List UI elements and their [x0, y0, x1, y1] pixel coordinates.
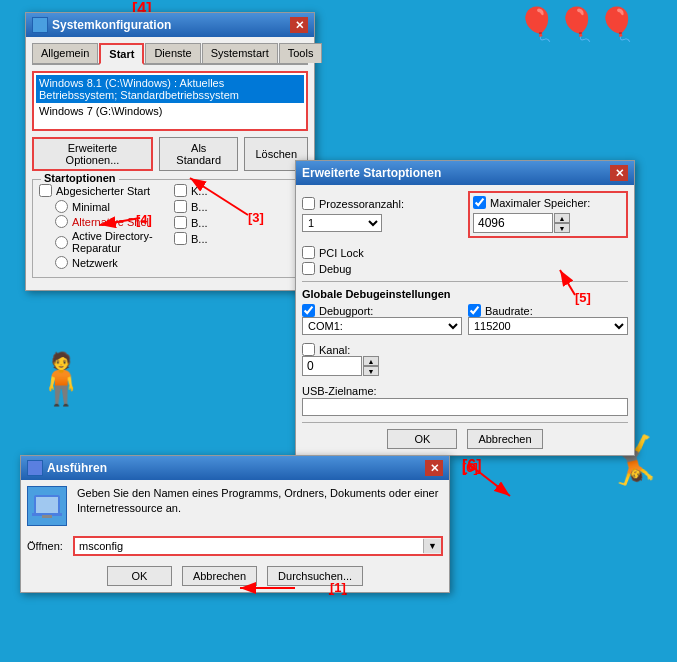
ausfuhren-close-btn[interactable]: ✕: [425, 460, 443, 476]
baudrate-select[interactable]: 115200: [468, 317, 628, 335]
open-row: Öffnen: ▼: [27, 536, 443, 556]
debugport-label: Debugport:: [319, 305, 373, 317]
form-col-prozessor: Prozessoranzahl: 1: [302, 197, 462, 232]
boot-item-0[interactable]: Windows 8.1 (C:\Windows) : Aktuelles Bet…: [36, 75, 304, 103]
erweiterte-optionen-btn[interactable]: Erweiterte Optionen...: [32, 137, 153, 171]
bootlog-label: B...: [191, 201, 208, 213]
netzwerk-radio[interactable]: [55, 256, 68, 269]
ann-6-label: [6]: [462, 460, 478, 475]
prozessoranzahl-check-row: Prozessoranzahl:: [302, 197, 462, 210]
kanal-checkbox[interactable]: [302, 343, 315, 356]
debug-item: Debug: [302, 262, 628, 275]
startoptionen-group: Startoptionen Abgesicherter Start Minima…: [32, 179, 308, 278]
sysconfig-title: Systemkonfiguration: [52, 18, 171, 32]
kein-gui-checkbox[interactable]: [174, 184, 187, 197]
maxspeicher-input[interactable]: 4096: [473, 213, 553, 233]
erweiterte-content: Prozessoranzahl: 1 Maximaler Speicher: 4…: [296, 185, 634, 455]
erweiterte-close-btn[interactable]: ✕: [610, 165, 628, 181]
prozessoranzahl-checkbox[interactable]: [302, 197, 315, 210]
pci-lock-checkbox[interactable]: [302, 246, 315, 259]
kein-gui-item: K...: [174, 184, 301, 197]
abgesicherter-start-item: Abgesicherter Start: [39, 184, 166, 197]
ausfuhren-content: Geben Sie den Namen eines Programms, Ord…: [21, 480, 449, 592]
baudrate-checkbox[interactable]: [468, 304, 481, 317]
tab-allgemein[interactable]: Allgemein: [32, 43, 98, 63]
ausfuhren-durchsuchen-btn[interactable]: Durchsuchen...: [267, 566, 363, 586]
tab-systemstart[interactable]: Systemstart: [202, 43, 278, 63]
alternative-shell-radio[interactable]: [55, 215, 68, 228]
startoptionen-right: K... B... B... B...: [174, 184, 301, 271]
pci-lock-label: PCI Lock: [319, 247, 364, 259]
abgesicherter-start-label: Abgesicherter Start: [56, 185, 150, 197]
svg-rect-7: [36, 497, 58, 513]
maxspeicher-checkbox[interactable]: [473, 196, 486, 209]
debugport-check-row: Debugport:: [302, 304, 462, 317]
als-standard-btn[interactable]: Als Standard: [159, 137, 238, 171]
debugport-row: Debugport: COM1: Baudrate: 115200: [302, 304, 628, 335]
maxspeicher-label: Maximaler Speicher:: [490, 197, 590, 209]
erweiterte-titlebar-left: Erweiterte Startoptionen: [302, 166, 441, 180]
usb-input[interactable]: [302, 398, 628, 416]
ausfuhren-titlebar[interactable]: Ausführen ✕: [21, 456, 449, 480]
erweiterte-abbrechen-btn[interactable]: Abbrechen: [467, 429, 542, 449]
run-icon: [27, 486, 67, 526]
kanal-label: Kanal:: [319, 344, 350, 356]
maxspeicher-check-row: Maximaler Speicher:: [473, 196, 623, 209]
maxspeicher-highlight: Maximaler Speicher: 4096 ▲ ▼: [468, 191, 628, 238]
tab-dienste[interactable]: Dienste: [145, 43, 200, 63]
tab-tools[interactable]: Tools: [279, 43, 323, 63]
basisvideotreiber-item: B...: [174, 216, 301, 229]
separator-1: [302, 281, 628, 282]
open-input[interactable]: [75, 538, 423, 554]
bootlog-item: B...: [174, 200, 301, 213]
basisvideotreiber-checkbox[interactable]: [174, 216, 187, 229]
maxspeicher-spin-arrows: ▲ ▼: [554, 213, 570, 233]
boot-list[interactable]: Windows 8.1 (C:\Windows) : Aktuelles Bet…: [32, 71, 308, 131]
erweiterte-titlebar[interactable]: Erweiterte Startoptionen ✕: [296, 161, 634, 185]
open-dropdown-btn[interactable]: ▼: [423, 539, 441, 553]
abgesicherter-start-checkbox[interactable]: [39, 184, 52, 197]
tabs-bar: Allgemein Start Dienste Systemstart Tool…: [32, 43, 308, 65]
sysconfig-close-btn[interactable]: ✕: [290, 17, 308, 33]
kein-gui-label: K...: [191, 185, 208, 197]
betriebssysteminfo-checkbox[interactable]: [174, 232, 187, 245]
ann-5-label: [5]: [575, 290, 591, 305]
decoration-balloons: 🎈🎈🎈: [517, 5, 637, 43]
kanal-row: Kanal: ▲ ▼: [302, 343, 628, 376]
ausfuhren-abbrechen-btn[interactable]: Abbrechen: [182, 566, 257, 586]
basisvideotreiber-label: B...: [191, 217, 208, 229]
sysconfig-window: Systemkonfiguration ✕ Allgemein Start Di…: [25, 12, 315, 291]
startoptionen-cols: Abgesicherter Start Minimal Alternative …: [39, 184, 301, 271]
debugport-select[interactable]: COM1:: [302, 317, 462, 335]
maxspeicher-up-btn[interactable]: ▲: [554, 213, 570, 223]
ausfuhren-title: Ausführen: [47, 461, 107, 475]
svg-rect-9: [42, 515, 52, 518]
ausfuhren-description: Geben Sie den Namen eines Programms, Ord…: [77, 486, 443, 517]
debugport-checkbox[interactable]: [302, 304, 315, 317]
btn-row: Erweiterte Optionen... Als Standard Lösc…: [32, 137, 308, 171]
bootlog-checkbox[interactable]: [174, 200, 187, 213]
ausfuhren-buttons-row: OK Abbrechen Durchsuchen...: [27, 566, 443, 586]
usb-row: USB-Zielname:: [302, 384, 628, 416]
maxspeicher-down-btn[interactable]: ▼: [554, 223, 570, 233]
separator-2: [302, 422, 628, 423]
usb-label: USB-Zielname:: [302, 385, 377, 397]
prozessor-select[interactable]: 1: [302, 214, 382, 232]
netzwerk-item: Netzwerk: [55, 256, 166, 269]
pci-lock-item: PCI Lock: [302, 246, 628, 259]
form-row-1: Prozessoranzahl: 1 Maximaler Speicher: 4…: [302, 191, 628, 238]
ausfuhren-ok-btn[interactable]: OK: [107, 566, 172, 586]
erweiterte-ok-btn[interactable]: OK: [387, 429, 457, 449]
minimal-radio[interactable]: [55, 200, 68, 213]
open-input-wrapper: ▼: [73, 536, 443, 556]
boot-item-1[interactable]: Windows 7 (G:\Windows): [36, 103, 304, 119]
sysconfig-content: Allgemein Start Dienste Systemstart Tool…: [26, 37, 314, 290]
kanal-input[interactable]: [302, 356, 362, 376]
minimal-label: Minimal: [72, 201, 110, 213]
debug-checkbox[interactable]: [302, 262, 315, 275]
tab-start[interactable]: Start: [99, 43, 144, 65]
kanal-down-btn[interactable]: ▼: [363, 366, 379, 376]
kanal-up-btn[interactable]: ▲: [363, 356, 379, 366]
active-directory-radio[interactable]: [55, 236, 68, 249]
sysconfig-titlebar[interactable]: Systemkonfiguration ✕: [26, 13, 314, 37]
